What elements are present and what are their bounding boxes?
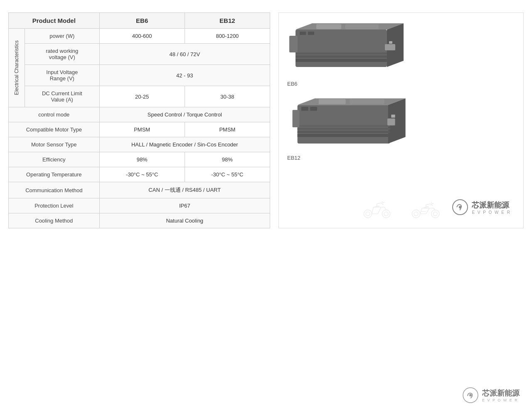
- svg-point-29: [382, 210, 390, 218]
- svg-rect-19: [298, 125, 390, 127]
- cooling-value: Natural Cooling: [99, 213, 270, 228]
- page-logo: 芯派新能源 E V P O W E R: [462, 387, 520, 404]
- svg-rect-23: [319, 99, 346, 104]
- logo-icon: [452, 199, 468, 215]
- eb12-power: 800-1200: [185, 29, 270, 44]
- eb6-efficiency: 98%: [99, 152, 185, 167]
- control-mode-value: Speed Control / Torque Control: [99, 107, 270, 122]
- svg-point-34: [433, 212, 438, 216]
- svg-rect-17: [298, 131, 390, 133]
- svg-rect-24: [350, 99, 384, 104]
- row-label-power: power (W): [25, 29, 100, 44]
- eb12-motor-type: PMSM: [185, 122, 270, 137]
- svg-rect-26: [310, 107, 317, 111]
- table-section: Product Model EB6 EB12 Electrical Charac…: [8, 12, 270, 228]
- svg-point-27: [364, 210, 372, 218]
- input-voltage-value: 42 - 93: [99, 65, 270, 86]
- logo-text: 芯派新能源 E V P O W E R: [472, 200, 511, 215]
- svg-rect-3: [296, 59, 387, 62]
- svg-rect-10: [345, 24, 379, 29]
- table-row: Input VoltageRange (V) 42 - 93: [9, 65, 270, 86]
- table-row: Protection Level IP67: [9, 198, 270, 213]
- header-product-model: Product Model: [9, 13, 100, 29]
- header-eb6: EB6: [99, 13, 185, 29]
- svg-rect-25: [301, 107, 308, 111]
- bottom-area: 芯派新能源 E V P O W E R: [0, 333, 532, 416]
- header-eb12: EB12: [185, 13, 270, 29]
- svg-point-33: [431, 210, 439, 218]
- page-logo-icon: [462, 387, 479, 404]
- svg-rect-7: [385, 44, 395, 50]
- spec-table: Product Model EB6 EB12 Electrical Charac…: [8, 12, 270, 228]
- eb6-motor-type: PMSM: [99, 122, 185, 137]
- eb6-dc-current: 20-25: [99, 86, 185, 107]
- svg-rect-16: [298, 134, 390, 137]
- protection-value: IP67: [99, 198, 270, 213]
- table-row: DC Current LimitValue (A) 20-25 30-38: [9, 86, 270, 107]
- eb6-label: EB6: [287, 81, 515, 87]
- svg-rect-21: [387, 119, 395, 126]
- page-logo-text: 芯派新能源 E V P O W E R: [482, 388, 520, 402]
- image-section: EB6: [278, 12, 524, 228]
- row-label-motor-type: Compatible Motor Type: [9, 122, 100, 137]
- eb12-label: EB12: [287, 155, 515, 161]
- row-label-efficiency: Efficiency: [9, 152, 100, 167]
- eb6-controller-image: [287, 21, 412, 75]
- svg-rect-6: [289, 36, 298, 52]
- eb12-efficiency: 98%: [185, 152, 270, 167]
- table-row: Communication Method CAN / 一线通 / RS485 /…: [9, 182, 270, 198]
- row-label-dc-current: DC Current LimitValue (A): [25, 86, 100, 107]
- table-row: rated workingvoltage (V) 48 / 60 / 72V: [9, 44, 270, 65]
- eb12-dc-current: 30-38: [185, 86, 270, 107]
- svg-point-28: [366, 212, 370, 216]
- svg-rect-5: [296, 52, 387, 54]
- page-logo-en: E V P O W E R: [482, 398, 520, 402]
- voltage-value: 48 / 60 / 72V: [99, 44, 270, 65]
- eb6-power: 400-600: [99, 29, 185, 44]
- svg-point-31: [412, 210, 420, 218]
- eb12-controller-image: [287, 95, 412, 149]
- main-container: Product Model EB6 EB12 Electrical Charac…: [0, 0, 532, 237]
- eb6-temperature: -30°C ~ 55°C: [99, 167, 185, 182]
- table-row: Efficiency 98% 98%: [9, 152, 270, 167]
- table-row: Cooling Method Natural Cooling: [9, 213, 270, 228]
- sensor-type-value: HALL / Magnetic Encoder / Sin-Cos Encode…: [99, 137, 270, 152]
- row-label-communication: Communication Method: [9, 182, 100, 198]
- table-row: Operating Temperature -30°C ~ 55°C -30°C…: [9, 167, 270, 182]
- scooter-icon-2: [409, 195, 443, 220]
- table-row: Motor Sensor Type HALL / Magnetic Encode…: [9, 137, 270, 152]
- page-logo-cn: 芯派新能源: [482, 388, 520, 398]
- svg-rect-12: [308, 32, 314, 35]
- row-label-sensor-type: Motor Sensor Type: [9, 137, 100, 152]
- svg-point-38: [469, 394, 472, 396]
- communication-value: CAN / 一线通 / RS485 / UART: [99, 182, 270, 198]
- row-label-protection: Protection Level: [9, 198, 100, 213]
- table-row: Compatible Motor Type PMSM PMSM: [9, 122, 270, 137]
- svg-rect-4: [296, 55, 387, 58]
- svg-rect-8: [389, 41, 392, 44]
- svg-point-32: [414, 212, 418, 216]
- logo-english: E V P O W E R: [472, 210, 511, 215]
- svg-rect-18: [298, 128, 390, 130]
- electrical-group-label: Electrical Characteristics: [9, 29, 25, 107]
- table-row: control mode Speed Control / Torque Cont…: [9, 107, 270, 122]
- svg-rect-22: [391, 114, 395, 117]
- logo-section: 芯派新能源 E V P O W E R: [452, 199, 511, 215]
- row-label-control-mode: control mode: [9, 107, 100, 122]
- row-label-temperature: Operating Temperature: [9, 167, 100, 182]
- svg-point-36: [459, 206, 461, 208]
- eb6-product-group: EB6: [287, 21, 515, 87]
- svg-rect-9: [316, 24, 341, 29]
- row-label-cooling: Cooling Method: [9, 213, 100, 228]
- table-row: Electrical Characteristics power (W) 400…: [9, 29, 270, 44]
- scooter-icon-1: [360, 195, 393, 220]
- svg-rect-11: [300, 32, 306, 35]
- svg-point-30: [384, 212, 388, 216]
- logo-chinese: 芯派新能源: [472, 200, 511, 210]
- row-label-input-voltage: Input VoltageRange (V): [25, 65, 100, 86]
- row-label-voltage: rated workingvoltage (V): [25, 44, 100, 65]
- eb12-temperature: -30°C ~ 55°C: [185, 167, 270, 182]
- svg-rect-20: [293, 110, 300, 127]
- eb12-product-group: EB12: [287, 95, 515, 161]
